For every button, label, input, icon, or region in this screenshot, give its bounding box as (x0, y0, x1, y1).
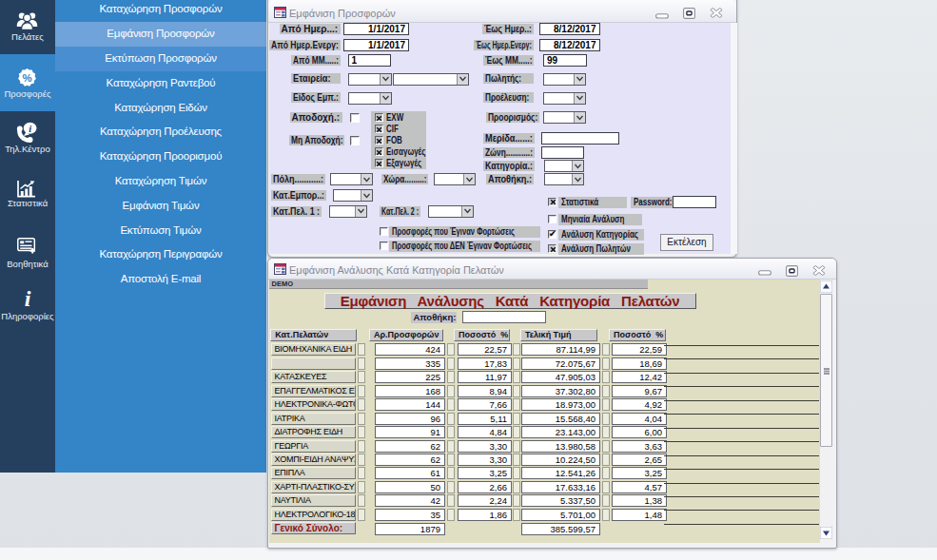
svg-text:i: i (29, 124, 31, 134)
svg-text:%: % (22, 72, 31, 84)
